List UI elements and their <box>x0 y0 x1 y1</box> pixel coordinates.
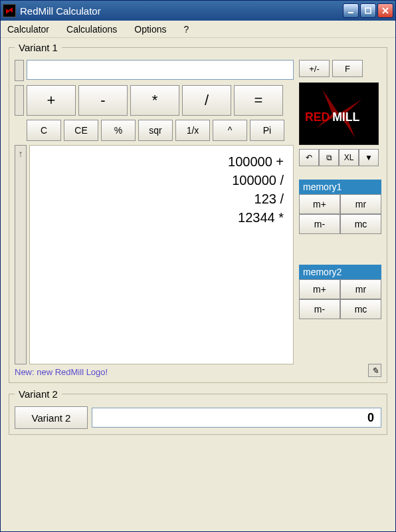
logo-text-red: RED <box>305 110 330 124</box>
multiply-button[interactable]: * <box>130 85 179 116</box>
copy-icon: ⧉ <box>326 153 332 162</box>
menu-calculations[interactable]: Calculations <box>64 23 120 36</box>
client-area: Variant 1 + - * / = <box>1 38 395 444</box>
app-icon <box>3 4 16 17</box>
calculation-tape[interactable]: 100000 + 100000 / 123 / 12344 * <box>29 145 294 364</box>
m1-mr-button[interactable]: mr <box>340 194 381 214</box>
variant2-legend: Variant 2 <box>15 388 62 400</box>
inverse-button[interactable]: 1/x <box>175 120 210 141</box>
menu-calculator[interactable]: Calculator <box>5 23 52 36</box>
memory1-header: memory1 <box>299 180 381 194</box>
pi-button[interactable]: Pi <box>250 120 284 141</box>
minus-button[interactable]: - <box>78 85 128 116</box>
tape-up-button[interactable]: ↑ <box>15 145 27 364</box>
menu-help[interactable]: ? <box>181 23 192 36</box>
close-icon <box>382 7 389 14</box>
maximize-button[interactable] <box>360 3 376 18</box>
m2-mr-button[interactable]: mr <box>340 279 381 299</box>
pencil-icon: ✎ <box>371 366 379 376</box>
variant1-group: Variant 1 + - * / = <box>9 42 387 383</box>
undo-icon: ↶ <box>306 153 312 162</box>
minimize-icon <box>347 7 354 14</box>
m1-mc-button[interactable]: mc <box>340 214 381 234</box>
svg-rect-0 <box>348 12 353 13</box>
plusminus-button[interactable]: +/- <box>299 60 330 77</box>
clear-entry-button[interactable]: CE <box>64 120 98 141</box>
variant2-group: Variant 2 Variant 2 0 <box>9 388 387 435</box>
power-button[interactable]: ^ <box>213 120 247 141</box>
m2-mplus-button[interactable]: m+ <box>299 279 340 299</box>
tape-toolbar: ↶ ⧉ XL ▼ <box>299 149 381 166</box>
m2-mc-button[interactable]: mc <box>340 299 381 319</box>
tape-line: 100000 / <box>37 171 284 190</box>
chevron-down-icon: ▼ <box>365 153 373 162</box>
memory2-group: memory2 m+ mr m- mc <box>299 265 381 319</box>
memory1-group: memory1 m+ mr m- mc <box>299 180 381 234</box>
redmill-logo: RED MILL <box>299 82 379 145</box>
display-tab[interactable] <box>15 60 24 81</box>
main-display[interactable] <box>27 60 294 80</box>
window-controls <box>343 3 393 18</box>
menubar: Calculator Calculations Options ? <box>1 21 395 38</box>
clear-button[interactable]: C <box>27 120 61 141</box>
sqr-button[interactable]: sqr <box>138 120 173 141</box>
tape-line: 100000 + <box>37 152 284 171</box>
menu-options[interactable]: Options <box>132 23 169 36</box>
memory2-header: memory2 <box>299 265 381 279</box>
m2-mminus-button[interactable]: m- <box>299 299 340 319</box>
copy-button[interactable]: ⧉ <box>319 149 339 166</box>
minimize-button[interactable] <box>343 3 359 18</box>
arrow-up-icon: ↑ <box>19 148 23 159</box>
logo-text-mill: MILL <box>332 110 359 124</box>
m1-mminus-button[interactable]: m- <box>299 214 340 234</box>
titlebar[interactable]: RedMill Calculator <box>1 1 395 21</box>
tape-line: 12344 * <box>37 208 284 227</box>
status-link[interactable]: New: new RedMill Logo! <box>15 367 108 377</box>
window-title: RedMill Calculator <box>20 5 343 17</box>
close-button[interactable] <box>377 3 393 18</box>
m1-mplus-button[interactable]: m+ <box>299 194 340 214</box>
svg-rect-1 <box>365 8 371 13</box>
variant2-button[interactable]: Variant 2 <box>15 406 88 429</box>
variant1-legend: Variant 1 <box>15 42 62 53</box>
equals-button[interactable]: = <box>234 85 283 116</box>
divide-button[interactable]: / <box>182 85 231 116</box>
tape-line: 123 / <box>37 190 284 208</box>
ops-tab[interactable] <box>15 85 24 116</box>
xl-button[interactable]: XL <box>339 149 359 166</box>
undo-button[interactable]: ↶ <box>299 149 319 166</box>
dropdown-button[interactable]: ▼ <box>359 149 379 166</box>
app-window: RedMill Calculator Calculator Calculatio… <box>0 0 396 532</box>
variant2-display[interactable]: 0 <box>92 408 381 428</box>
maximize-icon <box>365 7 371 14</box>
f-button[interactable]: F <box>332 60 363 77</box>
plus-button[interactable]: + <box>27 85 76 116</box>
edit-button[interactable]: ✎ <box>368 364 381 377</box>
percent-button[interactable]: % <box>101 120 136 141</box>
